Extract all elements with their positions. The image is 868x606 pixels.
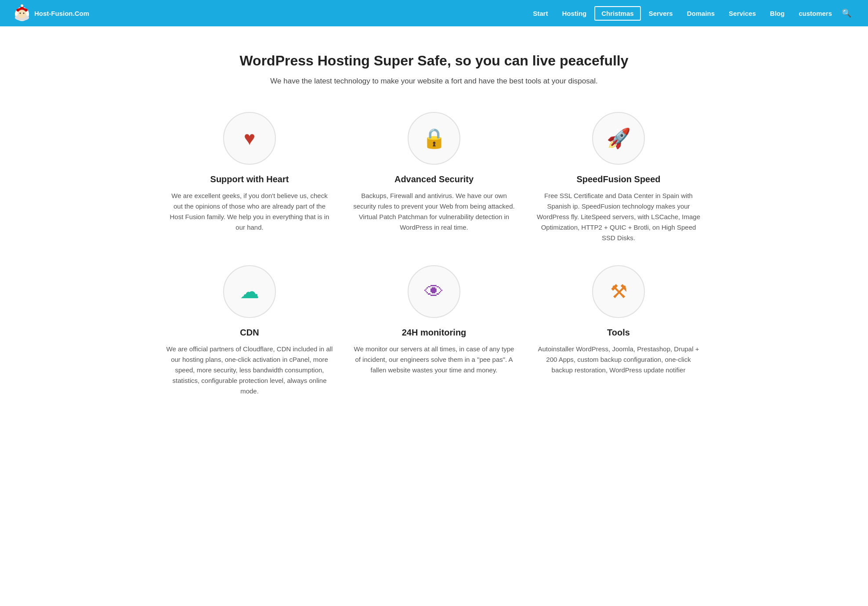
logo-text: Host-Fusion.Com xyxy=(34,10,89,17)
feature-title-2: SpeedFusion Speed xyxy=(576,174,660,184)
navbar: Host-Fusion.Com StartHostingChristmasSer… xyxy=(0,0,868,26)
hero-title: WordPress Hosting Super Safe, so you can… xyxy=(166,53,702,69)
feature-icon-0: ♥ xyxy=(244,129,255,148)
feature-title-0: Support with Heart xyxy=(210,174,289,184)
main-content: WordPress Hosting Super Safe, so you can… xyxy=(148,26,720,432)
feature-desc-5: Autoinstaller WordPress, Joomla, Prestas… xyxy=(535,344,702,375)
svg-point-7 xyxy=(23,13,25,14)
nav-item-christmas[interactable]: Christmas xyxy=(594,6,640,21)
feature-desc-4: We monitor our servers at all times, in … xyxy=(351,344,517,375)
feature-title-3: CDN xyxy=(240,328,259,338)
nav-item-services[interactable]: Services xyxy=(723,6,762,21)
svg-point-6 xyxy=(20,13,21,14)
nav-item-hosting[interactable]: Hosting xyxy=(556,6,593,21)
feature-desc-0: We are excellent geeks, if you don't bel… xyxy=(166,191,333,233)
feature-card-2: 🚀SpeedFusion SpeedFree SSL Certificate a… xyxy=(535,112,702,243)
feature-card-0: ♥Support with HeartWe are excellent geek… xyxy=(166,112,333,243)
feature-card-1: 🔒Advanced SecurityBackups, Firewall and … xyxy=(351,112,517,243)
features-grid: ♥Support with HeartWe are excellent geek… xyxy=(166,112,702,397)
feature-desc-2: Free SSL Certificate and Data Center in … xyxy=(535,191,702,243)
navbar-nav: StartHostingChristmasServersDomainsServi… xyxy=(527,6,838,21)
logo-link[interactable]: Host-Fusion.Com xyxy=(13,4,89,22)
feature-desc-1: Backups, Firewall and antivirus. We have… xyxy=(351,191,517,233)
nav-item-domains[interactable]: Domains xyxy=(681,6,721,21)
feature-icon-4: 👁 xyxy=(424,282,444,301)
feature-icon-1: 🔒 xyxy=(422,129,446,148)
logo-icon xyxy=(13,4,31,22)
nav-item-start[interactable]: Start xyxy=(527,6,554,21)
nav-item-blog[interactable]: Blog xyxy=(764,6,791,21)
feature-title-5: Tools xyxy=(607,328,630,338)
feature-card-4: 👁24H monitoringWe monitor our servers at… xyxy=(351,265,517,397)
feature-desc-3: We are official partners of Cloudflare, … xyxy=(166,344,333,397)
nav-item-servers[interactable]: Servers xyxy=(643,6,679,21)
feature-title-1: Advanced Security xyxy=(394,174,474,184)
svg-point-4 xyxy=(21,4,23,7)
feature-card-3: ☁CDNWe are official partners of Cloudfla… xyxy=(166,265,333,397)
feature-icon-2: 🚀 xyxy=(607,129,631,148)
feature-icon-3: ☁ xyxy=(240,282,259,301)
hero-subtitle: We have the latest technology to make yo… xyxy=(166,77,702,86)
search-button[interactable]: 🔍 xyxy=(838,5,855,22)
nav-item-customers[interactable]: customers xyxy=(792,6,838,21)
svg-point-5 xyxy=(18,10,26,18)
feature-icon-5: ⚒ xyxy=(610,282,627,301)
feature-card-5: ⚒ToolsAutoinstaller WordPress, Joomla, P… xyxy=(535,265,702,397)
feature-title-4: 24H monitoring xyxy=(402,328,467,338)
